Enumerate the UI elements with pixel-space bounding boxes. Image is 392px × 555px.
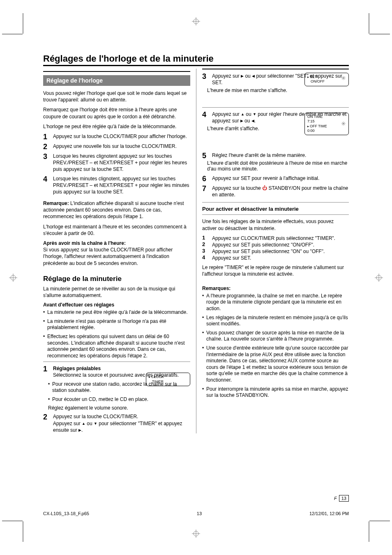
right-icon: ▶ (241, 74, 244, 78)
screen-box-1: ▸CLOCK TIMER (146, 373, 190, 386)
clock-heading: Réglage de l'horloge (43, 75, 190, 86)
notes-label: Remarques: (202, 286, 349, 291)
title-rule (43, 65, 349, 66)
step3-note: L'heure de mise en marche s'affiche. (202, 88, 295, 93)
activate-step-3: 3Appuyez sur SET puis sélectionnez "ON" … (202, 248, 349, 255)
timer-step1-sub2: •Pour écouter un CD, mettez le CD en pla… (43, 396, 190, 403)
clock-step-1: 1Appuyez sur la touche CLOCK/TIMER pour … (43, 133, 190, 140)
step-4-area: ✳ ON TIME 7:15 ▸OFF TIME 0:00 4 Appuyez … (202, 111, 349, 152)
step4-note: L'heure d'arrêt s'affiche. (202, 126, 295, 131)
timer-step-1-area: ▸CLOCK TIMER 1 Réglages préalables Sélec… (43, 365, 190, 411)
down-icon: ▼ (94, 421, 97, 426)
standby-icon: ⏻ (262, 185, 267, 191)
activate-p1: Une fois les réglages de la minuterie ef… (202, 218, 349, 231)
note-1: •A l'heure programmée, la chaîne se met … (202, 293, 349, 312)
note-4: •Une source d'entrée extérieure telle qu… (202, 345, 349, 384)
rule (43, 362, 190, 362)
registration-mark-left (9, 274, 17, 282)
clock-post: L'horloge est maintenant à l'heure et le… (43, 223, 190, 237)
spark-icon: ✳ (341, 120, 346, 128)
up-icon: ▲ (82, 421, 85, 426)
left-icon: ◀ (252, 74, 255, 78)
timer-bullet-3: •Effectuez les opérations qui suivent da… (43, 334, 190, 359)
step-5: 5Réglez l'heure d'arrêt de la même maniè… (202, 152, 349, 159)
rule (202, 107, 349, 108)
spark-icon: ✳ (341, 75, 346, 82)
timer-bullet-2: •La minuterie n'est pas opérante si l'ho… (43, 318, 190, 331)
page-content: Réglages de l'horloge et de la minuterie… (43, 53, 349, 502)
clock-note: Remarque: L'indication affichée disparaî… (43, 200, 190, 220)
clock-p2: L'horloge ne peut être réglée qu'à l'aid… (43, 123, 190, 130)
timer-step-2: 2 Appuyez sur la touche CLOCK/TIMER. App… (43, 413, 190, 433)
right-icon: ▶ (240, 119, 243, 123)
step-6: 6Appuyez sur SET pour revenir à l'affich… (202, 175, 349, 182)
down-icon: ▼ (253, 112, 256, 116)
up-icon: ▲ (241, 112, 244, 116)
note-2: •Les réglages de la minuterie restent en… (202, 315, 349, 327)
activate-heading: Pour activer et désactiver la minuterie (202, 206, 349, 212)
rule (202, 202, 349, 203)
clock-step-4: 4Lorsque les minutes clignotent, appuyez… (43, 175, 190, 196)
clock-p1: Remarquez que l'horloge doit être remise… (43, 106, 190, 120)
registration-mark-top (192, 17, 200, 25)
timer-bullet-1: •La minuterie ne peut être réglée qu'à l… (43, 309, 190, 316)
clock-intro: Vous pouvez régler l'horloge quel que so… (43, 90, 190, 103)
timer-title: Réglage de la minuterie (43, 275, 190, 283)
step5-note: L'heure d'arrêt doit être postérieure à … (202, 160, 349, 172)
registration-mark-bottom (192, 530, 200, 538)
note-5: •Pour interrompre la minuterie après sa … (202, 386, 349, 399)
activate-step-1: 1Appuyez sur CLOCK/TIMER puis sélectionn… (202, 235, 349, 242)
note-3: •Vous pouvez changer de source après la … (202, 330, 349, 343)
rule (202, 214, 349, 215)
timer-intro: La minuterie permet de se réveiller au s… (43, 286, 190, 299)
timer-step1-note: Réglez également le volume sonore. (43, 405, 190, 411)
clock-step-2: 2Appuyez une nouvelle fois sur la touche… (43, 143, 190, 150)
rule (202, 69, 349, 69)
step-3-area: ✳ ▸SET ON/OFF 3 Appuyez sur ▶ ou ◀ pour … (202, 73, 349, 105)
activate-step-4: 4Appuyez sur SET. (202, 255, 349, 261)
step-7: 7 Appuyez sur la touche ⏻ STANDBY/ON pou… (202, 185, 349, 198)
right-column: ✳ ▸SET ON/OFF 3 Appuyez sur ▶ ou ◀ pour … (196, 69, 349, 433)
screen-box-4: ✳ ON TIME 7:15 ▸OFF TIME 0:00 (304, 113, 349, 135)
registration-mark-right (375, 274, 383, 282)
timer-sub-heading: Avant d'effectuer ces réglages (43, 302, 190, 308)
right-icon: ▶ (78, 428, 81, 432)
print-footer: CX-L10S_13-18_F.p65 13 12/12/01, 12:06 P… (43, 511, 349, 516)
rule (43, 71, 190, 72)
page-number: F 13 (334, 495, 349, 502)
section-title: Réglages de l'horloge et de la minuterie (43, 53, 349, 64)
activate-note: Le repère "TIMER" et le repère rouge de … (202, 264, 349, 277)
clock-step-3: 3Lorsque les heures clignotent appuyez s… (43, 153, 190, 173)
left-column: Réglage de l'horloge Vous pouvez régler … (43, 69, 196, 433)
activate-step-2: 2Appuyez sur SET puis sélectionnez "ON/O… (202, 242, 349, 248)
screen-box-3: ✳ ▸SET ON/OFF (304, 73, 349, 86)
left-icon: ◀ (251, 119, 254, 123)
clock-after: Après avoir mis la chaîne à l'heure:Si v… (43, 240, 190, 267)
